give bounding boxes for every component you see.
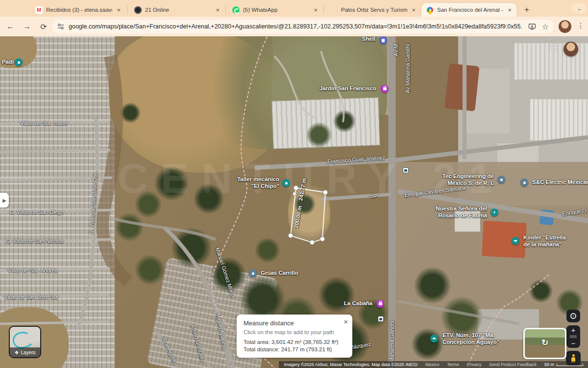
- tab-separator: [127, 6, 128, 14]
- poi-icon-padi[interactable]: [15, 58, 23, 66]
- tab-title: San Francisco del Arenal - Go: [437, 7, 503, 13]
- tree: [333, 110, 356, 132]
- target-icon: [570, 313, 576, 319]
- tree: [120, 103, 141, 123]
- dialog-close-icon[interactable]: ×: [343, 317, 348, 326]
- poi-icon-taller-pin[interactable]: [282, 179, 290, 187]
- poi-icon-business-dot[interactable]: [497, 176, 505, 184]
- street-label: C. Villas de San Diego: [10, 209, 64, 215]
- url-text[interactable]: google.com/maps/place/San+Francisco+del+…: [69, 23, 522, 30]
- google-account-avatar[interactable]: [564, 42, 578, 56]
- side-panel-expand-button[interactable]: ▶: [0, 193, 9, 208]
- rust-roof: [444, 63, 479, 111]
- warehouse-roof: [530, 99, 588, 140]
- google-apps-grid-icon[interactable]: [550, 44, 559, 53]
- tab-whatsapp[interactable]: (5) WhatsApp ×: [227, 3, 322, 17]
- attribution-bar: Imagery ©2025 Airbus, Maxar Technologies…: [279, 361, 588, 368]
- tab-close-icon[interactable]: ×: [215, 6, 220, 14]
- tree: [414, 267, 451, 304]
- tab-title: (5) WhatsApp: [243, 7, 309, 13]
- poi-label-kinder-estrella[interactable]: Kinder "Estrella de la mañana": [523, 235, 566, 248]
- measure-distance-dialog: × Measure distance Click on the map to a…: [237, 315, 352, 358]
- zoom-in-button[interactable]: +: [571, 325, 576, 335]
- tab-search-chevron-icon[interactable]: ⌄: [571, 3, 587, 14]
- zoom-out-button[interactable]: −: [571, 338, 576, 348]
- poi-icon-school-cap[interactable]: [430, 335, 438, 342]
- bus-stop-icon[interactable]: [378, 316, 384, 322]
- tab-close-icon[interactable]: ×: [507, 6, 513, 14]
- poi-label-sc-electric[interactable]: S&C Electric Mexicana: [532, 183, 588, 189]
- poi-label-padi[interactable]: Padi: [2, 59, 14, 66]
- site-info-icon[interactable]: [57, 23, 65, 30]
- forward-icon[interactable]: →: [21, 20, 33, 33]
- dialog-total-area: Total area: 3,601.42 m² (38,765.32 ft²): [244, 339, 345, 345]
- tree: [115, 213, 144, 241]
- poi-icon-church-cross[interactable]: +: [490, 209, 498, 216]
- address-bar[interactable]: google.com/maps/place/San+Francisco+del+…: [52, 20, 554, 33]
- dialog-hint: Click on the map to add to your path: [244, 329, 345, 335]
- zoom-control[interactable]: + −: [566, 325, 580, 348]
- map-scale: 50 m: [544, 362, 583, 367]
- poi-label-tec-engineering[interactable]: Tec Engineering de México S. de R. L: [442, 173, 494, 187]
- poi-icon-shopping-bag[interactable]: [381, 85, 389, 93]
- poi-label-shell[interactable]: Shell: [362, 36, 375, 43]
- tab-close-icon[interactable]: ×: [411, 6, 416, 14]
- tab-gmail[interactable]: M Recibidos (3) - elena.saaved ×: [30, 3, 125, 17]
- street-label: Villas de San Jose Sur: [4, 294, 58, 300]
- my-location-button[interactable]: [566, 310, 580, 322]
- tree: [306, 122, 332, 148]
- pool: [539, 210, 555, 225]
- rotate-view-icon: ↻: [541, 338, 548, 348]
- send-to-device-icon[interactable]: [528, 23, 536, 30]
- poi-label-jardin-san-francisco[interactable]: Jardín San Francisco: [319, 85, 376, 92]
- poi-label-la-cabana[interactable]: La Cabaña: [344, 300, 372, 307]
- bus-stop-icon[interactable]: [403, 167, 409, 173]
- street-label: Av M: [393, 44, 399, 56]
- tree: [529, 279, 553, 303]
- tab-close-icon[interactable]: ×: [313, 6, 318, 14]
- tab-title: Palos Ortiz Servs y Turism in: [341, 7, 407, 13]
- profile-avatar[interactable]: [559, 20, 571, 33]
- tab-palos-ortiz[interactable]: Palos Ortiz Servs y Turism in ×: [325, 3, 420, 17]
- poi-icon-gas-station[interactable]: [379, 36, 387, 44]
- link-feedback[interactable]: Send Product Feedback: [489, 362, 537, 367]
- layers-button[interactable]: ❖ Layers: [9, 326, 41, 358]
- new-tab-button[interactable]: +: [521, 4, 533, 16]
- tab-separator: [323, 6, 324, 14]
- gmail-icon: M: [35, 6, 43, 14]
- poi-label-nuestra-senora[interactable]: Nuestra Señora del Rosario de Fatima: [436, 206, 487, 219]
- link-privacy[interactable]: Privacy: [467, 362, 482, 367]
- pinwheel-icon: [330, 6, 338, 13]
- google-maps-pin-icon: [425, 5, 434, 14]
- back-icon[interactable]: ←: [4, 20, 17, 33]
- poi-icon-school-cap[interactable]: [512, 237, 519, 245]
- link-mexico[interactable]: Mexico: [425, 362, 440, 367]
- satellite-map-canvas[interactable]: CENTURY 21 241.77 m 200.00 m Villas de S…: [0, 36, 588, 368]
- imagery-attribution: Imagery ©2025 Airbus, Maxar Technologies…: [284, 362, 417, 367]
- scale-label: 50 m: [544, 362, 554, 367]
- reload-icon[interactable]: ⟳: [37, 20, 50, 33]
- tree: [172, 228, 212, 268]
- tab-21-online[interactable]: 21 Online ×: [129, 3, 224, 17]
- poi-label-etv-107[interactable]: ETV. Núm. 107 "Ma. Concepción Aguayo": [442, 332, 499, 346]
- bookmark-star-icon[interactable]: ☆: [542, 22, 549, 31]
- church-roof: [482, 221, 527, 259]
- poi-label-gruas-carrillo[interactable]: Grúas Carrillo: [261, 270, 298, 277]
- poi-icon-shopping-bag[interactable]: [376, 300, 384, 308]
- tab-close-icon[interactable]: ×: [116, 6, 122, 14]
- street-label: Villas de Sta. Andrea: [8, 267, 58, 273]
- whatsapp-icon: [232, 6, 240, 14]
- dialog-title: Measure distance: [244, 319, 345, 327]
- tab-separator: [225, 6, 226, 14]
- street-label: Av Mahatma Gandhi: [405, 44, 411, 93]
- scale-line: [557, 364, 583, 366]
- link-terms[interactable]: Terms: [447, 362, 459, 367]
- street-view-thumbnail[interactable]: ↻: [523, 328, 566, 359]
- poi-icon-business-dot[interactable]: [520, 179, 528, 186]
- dark-circle-icon: [134, 6, 142, 14]
- browser-menu-icon[interactable]: ⋮: [577, 22, 584, 29]
- browser-tab-strip: M Recibidos (3) - elena.saaved × 21 Onli…: [0, 0, 588, 17]
- poi-icon-business-dot[interactable]: [249, 269, 257, 277]
- tab-google-maps-active[interactable]: San Francisco del Arenal - Go ×: [421, 3, 516, 17]
- poi-label-taller-mecanico[interactable]: Taller mecánico "El Chipo": [237, 176, 279, 190]
